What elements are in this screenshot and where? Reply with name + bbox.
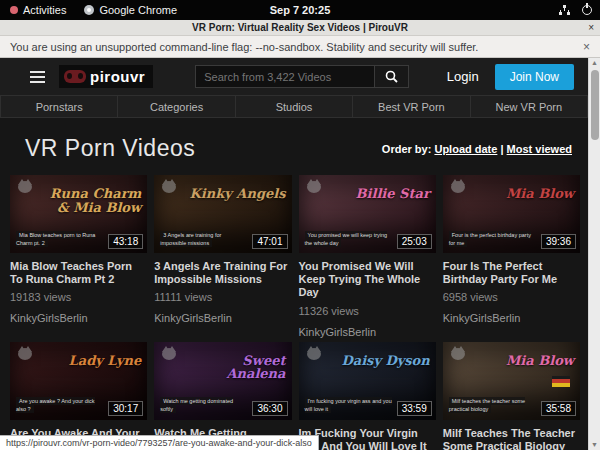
order-by: Order by: Upload date | Most viewed	[382, 143, 572, 155]
thumbnail-overlay-name: Runa Charm & Mia Blow	[45, 187, 141, 214]
order-most-viewed-link[interactable]: Most viewed	[507, 143, 572, 155]
page-heading-row: VR Porn Videos Order by: Upload date | M…	[0, 118, 588, 175]
hamburger-menu-icon[interactable]	[30, 68, 45, 86]
nav-item-best-vr-porn[interactable]: Best VR Porn	[353, 95, 470, 118]
video-views: 11326 views	[299, 305, 436, 317]
order-by-label: Order by:	[382, 143, 432, 155]
thumbnail-overlay-name: Billie Star	[334, 187, 430, 201]
thumbnail-overlay-name: Kinky Angels	[189, 187, 285, 201]
video-title[interactable]: Milf Teaches The Teacher Some Practical …	[443, 427, 580, 450]
studio-watermark-icon	[18, 179, 34, 193]
thumbnail-overlay-caption: You promised we will keep trying the who…	[305, 231, 392, 248]
studio-watermark-icon	[307, 179, 323, 193]
duration-badge: 39:36	[541, 234, 576, 249]
duration-badge: 43:18	[108, 234, 143, 249]
video-studio-link[interactable]: KinkyGirlsBerlin	[10, 312, 147, 324]
video-thumbnail[interactable]: Daisy Dyson I'm fucking your virgin ass …	[299, 342, 436, 420]
duration-badge: 33:59	[397, 401, 432, 416]
video-title[interactable]: 3 Angels Are Training For Impossible Mis…	[154, 260, 291, 286]
video-card[interactable]: Mia Blow Milf teaches the teacher some p…	[443, 342, 580, 450]
browser-scrollbar[interactable]: ▲ ▼	[588, 58, 600, 450]
thumbnail-overlay-caption: I'm fucking your virgin ass and you will…	[305, 397, 392, 414]
duration-badge: 30:17	[108, 401, 143, 416]
video-thumbnail[interactable]: Runa Charm & Mia Blow Mia Blow teaches p…	[10, 175, 147, 253]
video-thumbnail[interactable]: Mia Blow Milf teaches the teacher some p…	[443, 342, 580, 420]
nav-item-studios[interactable]: Studios	[236, 95, 353, 118]
thumbnail-overlay-caption: Mia Blow teaches porn to Runa Charm pt. …	[16, 231, 103, 248]
thumbnail-overlay-name: Mia Blow	[478, 187, 574, 201]
site-logo-text: pirouvr	[90, 68, 145, 85]
thumbnail-overlay-caption: Milf teaches the teacher some practical …	[449, 397, 536, 414]
infobar-close-icon[interactable]: ×	[583, 40, 590, 54]
german-flag-icon	[552, 376, 570, 387]
studio-watermark-icon	[18, 346, 34, 360]
video-card[interactable]: Mia Blow Four is the perfect birthday pa…	[443, 175, 580, 338]
video-title[interactable]: Mia Blow Teaches Porn To Runa Charm Pt 2	[10, 260, 147, 286]
scrollbar-thumb[interactable]	[591, 70, 599, 140]
studio-watermark-icon	[451, 179, 467, 193]
duration-badge: 47:01	[252, 234, 287, 249]
video-views: 19183 views	[10, 291, 147, 303]
scroll-down-icon[interactable]: ▼	[591, 440, 598, 450]
video-card[interactable]: Daisy Dyson I'm fucking your virgin ass …	[299, 342, 436, 450]
main-nav: PornstarsCategoriesStudiosBest VR PornNe…	[0, 95, 588, 118]
thumbnail-overlay-caption: Four is the perfect birthday party for m…	[449, 231, 536, 248]
video-thumbnail[interactable]: Sweet Analena Watch me getting dominated…	[154, 342, 291, 420]
video-title[interactable]: You Promised We Will Keep Trying The Who…	[299, 260, 436, 300]
video-thumbnail[interactable]: Lady Lyne Are you awake ? And your dick …	[10, 342, 147, 420]
thumbnail-overlay-caption: 3 Angels are training for impossible mis…	[160, 231, 247, 248]
scroll-up-icon[interactable]: ▲	[591, 58, 598, 68]
order-upload-date-link[interactable]: Upload date	[434, 143, 497, 155]
site-logo[interactable]: pirouvr	[59, 65, 153, 88]
video-title[interactable]: Im Fucking Your Virgin Ass And You Will …	[299, 427, 436, 450]
video-thumbnail[interactable]: Kinky Angels 3 Angels are training for i…	[154, 175, 291, 253]
screen: Activities Google Chrome Sep 7 20:25 VR …	[0, 0, 600, 450]
duration-badge: 25:03	[397, 234, 432, 249]
video-thumbnail[interactable]: Billie Star You promised we will keep tr…	[299, 175, 436, 253]
video-card[interactable]: Runa Charm & Mia Blow Mia Blow teaches p…	[10, 175, 147, 338]
search-icon	[385, 70, 398, 83]
video-grid: Runa Charm & Mia Blow Mia Blow teaches p…	[0, 175, 588, 450]
video-card[interactable]: Billie Star You promised we will keep tr…	[299, 175, 436, 338]
web-page: pirouvr Login Join Now PornstarsCategori…	[0, 58, 588, 450]
video-card[interactable]: Kinky Angels 3 Angels are training for i…	[154, 175, 291, 338]
network-icon[interactable]	[559, 5, 570, 15]
status-url-bubble: https://pirouvr.com/vr-porn-video/779325…	[0, 435, 319, 450]
nav-item-categories[interactable]: Categories	[118, 95, 235, 118]
video-thumbnail[interactable]: Mia Blow Four is the perfect birthday pa…	[443, 175, 580, 253]
tab-title[interactable]: VR Porn: Virtual Reality Sex Videos | Pi…	[192, 22, 408, 33]
duration-badge: 36:30	[252, 401, 287, 416]
video-card[interactable]: Lady Lyne Are you awake ? And your dick …	[10, 342, 147, 450]
thumbnail-overlay-name: Sweet Analena	[189, 354, 285, 381]
studio-watermark-icon	[162, 179, 178, 193]
video-title[interactable]: Four Is The Perfect Birthday Party For M…	[443, 260, 580, 286]
search-input[interactable]	[195, 65, 375, 88]
join-now-button[interactable]: Join Now	[495, 64, 574, 90]
clock[interactable]: Sep 7 20:25	[0, 4, 600, 16]
nav-item-pornstars[interactable]: Pornstars	[0, 95, 118, 118]
thumbnail-overlay-caption: Are you awake ? And your dick also ?	[16, 397, 103, 414]
login-link[interactable]: Login	[447, 69, 479, 84]
video-studio-link[interactable]: KinkyGirlsBerlin	[299, 326, 436, 338]
studio-watermark-icon	[162, 346, 178, 360]
nav-item-new-vr-porn[interactable]: New VR Porn	[471, 95, 588, 118]
browser-tab-bar: VR Porn: Virtual Reality Sex Videos | Pi…	[0, 20, 600, 36]
video-views: 6958 views	[443, 291, 580, 303]
power-icon[interactable]	[582, 5, 592, 15]
vr-goggles-icon	[64, 70, 86, 83]
studio-watermark-icon	[451, 346, 467, 360]
video-views: 11111 views	[154, 291, 291, 303]
thumbnail-overlay-name: Mia Blow	[478, 354, 574, 368]
sandbox-warning-infobar: You are using an unsupported command-lin…	[0, 36, 600, 58]
page-title: VR Porn Videos	[25, 135, 195, 162]
search-button[interactable]	[375, 65, 409, 88]
thumbnail-overlay-name: Lady Lyne	[45, 354, 141, 368]
video-studio-link[interactable]: KinkyGirlsBerlin	[154, 312, 291, 324]
studio-watermark-icon	[307, 346, 323, 360]
video-studio-link[interactable]: KinkyGirlsBerlin	[443, 312, 580, 324]
video-card[interactable]: Sweet Analena Watch me getting dominated…	[154, 342, 291, 450]
infobar-message: You are using an unsupported command-lin…	[10, 41, 478, 53]
site-header: pirouvr Login Join Now	[0, 58, 588, 95]
tab-close-icon[interactable]: ×	[588, 22, 594, 33]
system-top-bar: Activities Google Chrome Sep 7 20:25	[0, 0, 600, 20]
